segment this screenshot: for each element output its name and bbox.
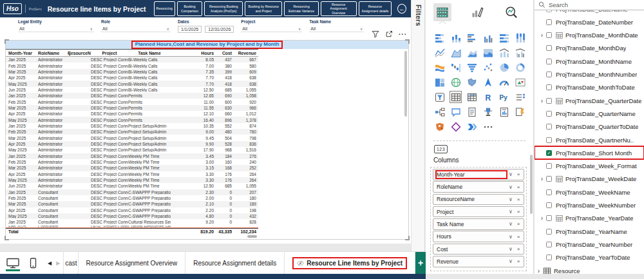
scatter-chart-icon[interactable] <box>482 62 493 73</box>
field-checkbox[interactable] <box>546 229 552 235</box>
page-tab[interactable]: Resource Assignment details <box>185 252 284 274</box>
field-item[interactable]: ProjTransDate_MonthDay <box>535 42 644 55</box>
field-checkbox[interactable] <box>546 215 552 221</box>
field-item[interactable]: ›ProjTransDate_QuarterDate <box>535 94 644 107</box>
numeric-field-123-icon[interactable]: 123 <box>434 145 448 153</box>
field-item[interactable]: ProjTransDate_YearNumber <box>535 238 644 251</box>
column-header[interactable]: Project <box>91 51 128 55</box>
pie-chart-icon[interactable] <box>499 62 510 73</box>
ribbon-chart-icon[interactable] <box>434 62 445 73</box>
field-pill-revenue[interactable]: Revenue∨× <box>433 256 524 267</box>
nav-button[interactable]: Resource Assignment details <box>359 1 392 16</box>
field-item[interactable]: ProjTransDate_DateNumber <box>535 15 644 28</box>
table-horizontal-scrollbar[interactable] <box>247 235 257 238</box>
expand-chevron-icon[interactable]: › <box>538 175 546 182</box>
chevron-down-icon[interactable]: ∨ <box>507 221 514 227</box>
table-icon[interactable] <box>450 91 461 102</box>
filled-map-icon[interactable] <box>466 77 477 88</box>
scroll-tabs-left-icon[interactable]: ◀ <box>48 260 52 266</box>
column-header[interactable]: RoleName <box>38 51 68 55</box>
q-and-a-icon[interactable] <box>450 106 461 117</box>
waterfall-chart-icon[interactable] <box>450 62 461 73</box>
remove-field-icon[interactable]: × <box>515 197 522 202</box>
smart-narrative-icon[interactable] <box>466 106 477 117</box>
paginated-report-icon[interactable] <box>499 106 510 117</box>
hundred-stacked-bar-chart-icon[interactable] <box>499 32 510 43</box>
funnel-chart-icon[interactable] <box>466 62 477 73</box>
field-checkbox[interactable] <box>546 255 552 260</box>
field-item[interactable]: ✓ProjTransDate_Short Month <box>535 146 644 159</box>
field-item[interactable]: ProjTransDate_MonthNumber <box>535 68 644 81</box>
decomposition-tree-icon[interactable] <box>434 106 445 117</box>
expand-chevron-icon[interactable]: › <box>535 267 543 274</box>
viz-pane-scrollbar[interactable] <box>530 155 533 214</box>
power-apps-icon[interactable] <box>450 121 461 132</box>
field-search-box[interactable]: Search <box>535 0 644 10</box>
chevron-down-icon[interactable]: ∨ <box>507 246 514 252</box>
remove-field-icon[interactable]: × <box>515 246 522 252</box>
field-checkbox[interactable] <box>546 163 552 169</box>
nav-button[interactable]: Resource Assignment Overview <box>321 1 357 16</box>
field-checkbox[interactable] <box>546 59 552 64</box>
remove-field-icon[interactable]: × <box>515 221 522 227</box>
field-checkbox[interactable] <box>546 32 552 38</box>
field-checkbox[interactable] <box>546 72 552 77</box>
stacked-bar-chart-icon[interactable] <box>434 32 445 43</box>
back-arrow-icon[interactable]: ← <box>397 4 406 14</box>
mobile-layout-icon[interactable] <box>28 258 38 269</box>
nav-button[interactable]: Resourcing <box>154 1 175 16</box>
filter-dropdown[interactable]: All∨ <box>241 26 302 32</box>
chevron-down-icon[interactable]: ∨ <box>507 197 514 202</box>
table-header-row[interactable]: Month-YearRoleNameResourceName▲ProjectTa… <box>6 49 258 57</box>
focus-mode-icon[interactable] <box>385 30 393 38</box>
chevron-down-icon[interactable]: ∨ <box>507 209 514 215</box>
treemap-icon[interactable] <box>434 77 445 88</box>
expand-chevron-icon[interactable]: › <box>538 215 546 222</box>
field-pill-task-name[interactable]: Task Name∨× <box>433 218 524 230</box>
map-icon[interactable] <box>450 77 461 88</box>
selection-handle[interactable] <box>405 39 410 44</box>
new-page-button[interactable]: + <box>415 252 426 274</box>
slicer-icon[interactable] <box>434 91 445 102</box>
area-chart-icon[interactable] <box>450 47 461 58</box>
remove-field-icon[interactable]: × <box>515 184 522 190</box>
more-options-icon[interactable]: ··· <box>399 31 407 38</box>
line-and-clustered-column-chart-icon[interactable] <box>515 47 526 58</box>
nav-button[interactable]: Resourcing Estimate Variance <box>284 1 318 16</box>
field-item[interactable]: ProjTransDate_WeekNumber <box>535 199 644 212</box>
remove-field-icon[interactable]: × <box>515 209 522 215</box>
format-visual-tab[interactable] <box>468 3 486 21</box>
donut-chart-icon[interactable] <box>515 62 526 73</box>
metrics-icon[interactable] <box>482 106 493 117</box>
field-checkbox[interactable]: ✓ <box>546 150 552 156</box>
remove-field-icon[interactable]: × <box>515 171 522 177</box>
field-item[interactable]: ProjTransDate_YearName <box>535 225 644 238</box>
date-input[interactable]: 1/1/2025 <box>178 26 202 33</box>
new-slicer-icon[interactable] <box>515 91 526 102</box>
field-pill-hours[interactable]: Hours∨× <box>433 231 524 242</box>
kpi-icon[interactable] <box>515 77 526 88</box>
field-item[interactable]: ›ProjTransDate_YearDate <box>535 212 644 225</box>
field-checkbox[interactable] <box>546 45 552 51</box>
field-pill-resourcename[interactable]: ResourceName∨× <box>433 194 524 206</box>
column-header[interactable]: Cost <box>216 51 234 55</box>
field-checkbox[interactable] <box>546 202 552 208</box>
expand-chevron-icon[interactable]: › <box>538 32 546 39</box>
filter-dropdown[interactable]: All∨ <box>18 26 94 32</box>
field-checkbox[interactable] <box>546 189 552 195</box>
nav-button[interactable]: Resourcing Booking Analysis (ProOps) <box>204 1 243 16</box>
table-visual[interactable]: Planned Hours,Cost and Revenue by Projec… <box>5 40 409 240</box>
field-item[interactable]: ProjTransDate_YearToDate <box>535 251 644 264</box>
column-header[interactable]: Task Name <box>128 51 171 55</box>
desktop-layout-icon[interactable] <box>6 258 19 269</box>
date-input[interactable]: 12/31/2026 <box>205 26 234 33</box>
page-tab[interactable]: Resource Assignment Overview <box>78 252 185 274</box>
field-item[interactable]: ProjTransDate_QuarterName <box>535 107 644 120</box>
remove-field-icon[interactable]: × <box>515 234 522 240</box>
field-pill-cost[interactable]: Cost∨× <box>433 244 524 255</box>
field-item[interactable]: ProjTransDate_MonthName <box>535 55 644 68</box>
power-automate-icon[interactable] <box>515 106 526 117</box>
field-checkbox[interactable] <box>546 137 552 143</box>
filter-funnel-icon[interactable] <box>372 30 379 38</box>
field-item[interactable]: ›ProjTransDate_WeekDate <box>535 173 644 186</box>
